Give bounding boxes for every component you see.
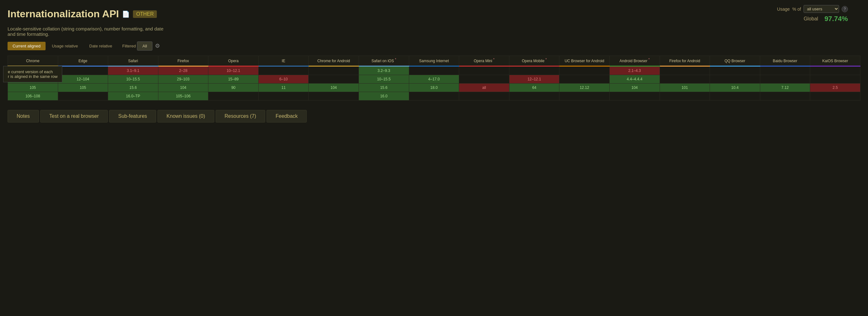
tooltip-line1: e current version of each — [8, 69, 58, 74]
table-cell: 10–15.5 — [359, 75, 409, 84]
th-uc-browser: UC Browser for Android — [559, 56, 610, 66]
percent-label: % of — [792, 7, 801, 11]
table-cell — [559, 75, 610, 84]
table-cell — [710, 75, 760, 84]
table-cell — [660, 75, 710, 84]
bottom-tabs: Notes Test on a real browser Sub-feature… — [7, 110, 861, 123]
table-wrapper: Chrome Edge Safari Firefox Opera IE Chro… — [7, 56, 861, 100]
table-cell: 105–106 — [158, 92, 208, 100]
tab-usage-relative[interactable]: Usage relative — [47, 42, 83, 50]
table-cell — [710, 66, 760, 75]
user-type-select[interactable]: all users tracked users — [804, 5, 839, 13]
table-cell: all — [459, 84, 509, 92]
table-cell — [509, 92, 559, 100]
table-cell — [760, 75, 810, 84]
th-opera: Opera — [208, 56, 259, 66]
other-badge: OTHER — [133, 10, 157, 18]
table-cell: 15.6 — [359, 84, 409, 92]
table-cell — [459, 75, 509, 84]
bottom-tab-feedback[interactable]: Feedback — [267, 110, 307, 123]
table-cell — [309, 75, 359, 84]
table-cell — [258, 92, 309, 100]
compat-table: Chrome Edge Safari Firefox Opera IE Chro… — [7, 56, 861, 100]
bottom-tab-subfeatures[interactable]: Sub-features — [109, 110, 156, 123]
tooltip-line2: r is aligned in the same row — [8, 74, 58, 79]
th-chrome-android: Chrome for Android — [309, 56, 359, 66]
table-cell: 16.0 — [359, 92, 409, 100]
bottom-tab-test[interactable]: Test on a real browser — [40, 110, 108, 123]
th-kaios-browser: KaiOS Browser — [810, 56, 861, 66]
table-cell — [810, 66, 861, 75]
tab-date-relative[interactable]: Date relative — [84, 42, 117, 50]
gear-icon[interactable]: ⚙ — [154, 41, 161, 51]
tab-current-aligned[interactable]: Current aligned — [7, 42, 45, 50]
table-cell: 18.0 — [409, 84, 459, 92]
table-cell: 6–10 — [258, 75, 309, 84]
th-opera-mini: Opera Mini * — [459, 56, 509, 66]
table-cell: 105 — [58, 84, 108, 92]
tooltip-box: e current version of each r is aligned i… — [3, 66, 62, 82]
table-cell: 16.0–TP — [108, 92, 158, 100]
help-button[interactable]: ? — [842, 6, 848, 12]
global-value: 97.74% — [824, 15, 848, 23]
table-header-row: Chrome Edge Safari Firefox Opera IE Chro… — [8, 56, 861, 66]
th-safari-ios: Safari on iOS * — [359, 56, 409, 66]
table-cell: 12–104 — [58, 75, 108, 84]
global-label: Global — [804, 16, 818, 22]
table-cell — [559, 92, 610, 100]
table-cell: 29–103 — [158, 75, 208, 84]
usage-label: Usage — [777, 7, 790, 11]
table-cell: 101 — [660, 84, 710, 92]
table-cell — [409, 92, 459, 100]
table-cell — [710, 92, 760, 100]
th-baidu-browser: Baidu Browser — [760, 56, 810, 66]
table-row: 4–233.1–9.12–2810–12.13.2–9.32.1–4.3 — [8, 66, 861, 75]
table-cell: 4–17.0 — [409, 75, 459, 84]
table-cell: 106–108 — [8, 92, 58, 100]
table-cell: 12.12 — [559, 84, 610, 92]
table-cell: 15–89 — [208, 75, 259, 84]
main-title: Internationalization API — [7, 8, 119, 20]
table-cell: 2.5 — [810, 84, 861, 92]
tab-all[interactable]: All — [137, 41, 152, 51]
table-cell — [58, 66, 108, 75]
filtered-label: Filtered — [122, 44, 136, 49]
table-cell — [459, 66, 509, 75]
table-cell: 90 — [208, 84, 259, 92]
table-cell — [58, 92, 108, 100]
table-cell — [559, 66, 610, 75]
doc-icon: 📄 — [122, 10, 130, 18]
th-samsung: Samsung Internet — [409, 56, 459, 66]
table-cell: 2.1–4.3 — [609, 66, 660, 75]
table-cell — [309, 92, 359, 100]
table-cell — [309, 66, 359, 75]
table-cell — [760, 66, 810, 75]
table-cell: 104 — [609, 84, 660, 92]
table-cell: 104 — [158, 84, 208, 92]
bottom-tab-resources[interactable]: Resources (7) — [216, 110, 265, 123]
table-row: 10510515.6104901110415.618.0all6412.1210… — [8, 84, 861, 92]
th-qq-browser: QQ Browser — [710, 56, 760, 66]
table-cell: 12–12.1 — [509, 75, 559, 84]
table-cell: 3.1–9.1 — [108, 66, 158, 75]
header-row: Internationalization API 📄 OTHER Usage %… — [7, 5, 861, 23]
tabs-row: Current aligned Usage relative Date rela… — [7, 41, 861, 51]
compat-tbody: 4–233.1–9.12–2810–12.13.2–9.32.1–4.324–1… — [8, 66, 861, 100]
bottom-tab-notes[interactable]: Notes — [7, 110, 39, 123]
table-cell: 64 — [509, 84, 559, 92]
table-cell — [509, 66, 559, 75]
th-edge: Edge — [58, 56, 108, 66]
title-section: Internationalization API 📄 OTHER — [7, 8, 157, 20]
table-cell — [810, 92, 861, 100]
table-cell: 10–12.1 — [208, 66, 259, 75]
table-cell: 4.4–4.4.4 — [609, 75, 660, 84]
th-safari: Safari — [108, 56, 158, 66]
th-ie: IE — [258, 56, 309, 66]
table-cell: 105 — [8, 84, 58, 92]
table-cell: 7.12 — [760, 84, 810, 92]
table-cell — [409, 66, 459, 75]
table-cell — [760, 92, 810, 100]
th-android-browser: Android Browser * — [609, 56, 660, 66]
bottom-tab-known-issues[interactable]: Known issues (0) — [157, 110, 214, 123]
description: Locale-sensitive collation (string compa… — [7, 26, 165, 37]
